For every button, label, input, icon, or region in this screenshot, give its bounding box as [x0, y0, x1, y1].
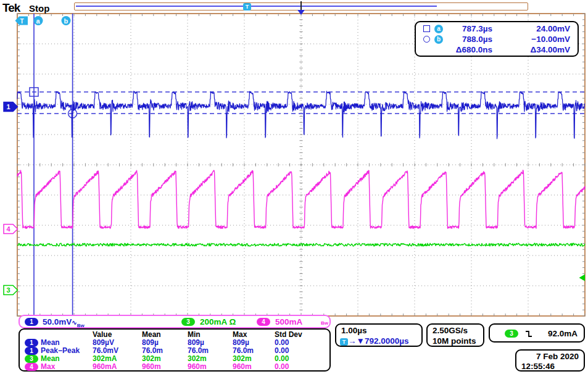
cursor-b-row: b 788.0µs −10.00mV — [416, 35, 578, 44]
trigger-offscreen-label: T — [20, 18, 24, 25]
row-ch1-badge: 1 — [25, 339, 38, 347]
ch1-scale[interactable]: 50.0mV∿Bw — [43, 317, 85, 328]
cursor-delta-voltage: Δ34.00mV — [531, 45, 571, 54]
cursor-b-badge: b — [434, 35, 443, 44]
trigger-settings-box[interactable]: 3 92.0mA — [489, 323, 585, 343]
meas-max: 960m — [233, 363, 252, 371]
expansion-point-line — [300, 1, 302, 10]
date-text: 7 Feb 2020 — [536, 352, 579, 361]
ch4-position-marker[interactable] — [4, 225, 18, 234]
time-text: 12:55:46 — [521, 362, 555, 371]
ch1-position-marker[interactable] — [4, 102, 18, 112]
waveform-ch3 — [17, 243, 585, 246]
ch1-position-marker-label: 1 — [7, 103, 10, 110]
trigger-t-icon: T — [340, 338, 348, 346]
expansion-point-arrow[interactable] — [297, 10, 305, 15]
measurement-table: Value Mean Min Max Std Dev 1 Mean 809µV … — [19, 328, 331, 372]
ch4-badge[interactable]: 4 — [257, 318, 270, 326]
ch4-bandwidth-icon: Bw — [321, 320, 328, 326]
cursor-b-voltage: −10.00mV — [531, 35, 570, 44]
meas-min: 960m — [188, 363, 207, 371]
cursor-a-top-badge-label: a — [36, 17, 41, 25]
cursor-b-time: 788.0µs — [462, 35, 492, 44]
trigger-source-badge: 3 — [505, 330, 518, 338]
horizontal-delay: T→▼792.0000µs — [340, 336, 408, 346]
cursor-a-square-icon — [423, 25, 430, 32]
meas-value: 960mA — [93, 363, 117, 371]
trigger-level: 92.0mA — [548, 329, 578, 338]
ch1-badge[interactable]: 1 — [25, 318, 38, 326]
ch3-scale-value: 200mA — [200, 317, 227, 326]
trigger-level-arrow[interactable] — [579, 275, 586, 281]
meas-mean: 960m — [142, 363, 161, 371]
ch1-scale-value: 50.0mV — [43, 317, 72, 326]
measurement-row-ch4-max: 4 Max 960mA 960m 960m 960m 0.00 — [20, 363, 329, 371]
cursor-b-top-badge-label: b — [64, 17, 68, 25]
cursor-a-time: 787.3µs — [462, 24, 492, 33]
cursor-delta-time: Δ680.0ns — [456, 45, 492, 54]
row-ch4-badge: 4 — [25, 363, 38, 371]
record-view-line — [76, 6, 437, 7]
acquisition-settings-box[interactable]: 2.50GS/s 10M points — [426, 323, 484, 347]
trigger-position-badge[interactable]: T — [243, 3, 251, 10]
channel-scale-bar: 1 50.0mV∿Bw 3 200mA Ω 4 500mA Bw — [19, 315, 331, 328]
delay-arrow-icon: →▼ — [348, 336, 365, 346]
cursor-readout-box: a 787.3µs 24.00mV b 788.0µs −10.00mV Δ68… — [415, 21, 579, 57]
ch4-scale[interactable]: 500mA — [275, 317, 302, 326]
sample-rate: 2.50GS/s — [433, 326, 468, 335]
acquisition-status: Stop — [29, 3, 49, 14]
horizontal-settings-box[interactable]: 1.00µs T→▼792.0000µs — [335, 323, 423, 347]
falling-edge-icon — [524, 330, 533, 341]
record-length: 10M points — [433, 336, 476, 346]
cursor-b-circle-icon — [423, 36, 430, 43]
row-ch1-badge: 1 — [25, 347, 38, 355]
ch3-scale[interactable]: 200mA Ω — [200, 317, 236, 326]
cursor-a-voltage: 24.00mV — [536, 24, 570, 33]
ch1-bandwidth-icon: Bw — [77, 323, 85, 328]
graticule-center-ticks — [17, 14, 585, 316]
cursor-delta-row: Δ680.0ns Δ34.00mV — [416, 45, 578, 55]
row-ch3-badge: 3 — [25, 355, 38, 363]
ch3-position-marker-label: 3 — [7, 286, 10, 294]
ch4-position-marker-label: 4 — [7, 225, 11, 233]
meas-std: 0.00 — [275, 363, 289, 371]
meas-name: Max — [41, 363, 55, 371]
tek-logo: Tek — [2, 1, 20, 15]
ch1-coupling-icon: ∿ — [72, 319, 77, 326]
cursor-a-row: a 787.3µs 24.00mV — [416, 24, 578, 34]
cursor-a-badge: a — [434, 25, 443, 33]
oscilloscope-screen: { "header": {"brand": "Tek", "status": "… — [0, 0, 588, 374]
horizontal-scale: 1.00µs — [341, 326, 367, 335]
ch3-impedance-icon: Ω — [230, 317, 236, 326]
ch3-position-marker[interactable] — [4, 286, 18, 295]
ch3-badge[interactable]: 3 — [181, 318, 195, 326]
delay-value: 792.0000µs — [365, 336, 409, 346]
datetime-box: 7 Feb 2020 12:55:46 — [515, 349, 585, 372]
